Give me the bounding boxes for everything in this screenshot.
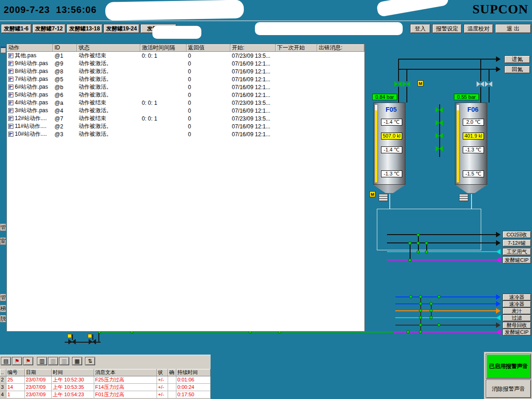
valve-indicator[interactable]: [425, 242, 428, 245]
column-header-sel[interactable]: ..: [0, 369, 6, 376]
alarm-row[interactable]: 31423/07/09上午 10:53:35F14压力过高+/-0:00:24: [0, 384, 211, 391]
valve[interactable]: [89, 339, 96, 345]
action-cell: [140, 75, 187, 83]
action-row[interactable]: 7#站动作.pas@5动作被激活。007/16/09 12:1...: [7, 75, 364, 83]
action-row[interactable]: 4#站动作.pas@a动作被结束0: 0: 1007/23/09 13:5...: [7, 99, 364, 107]
nitrogen-out-button[interactable]: 回氮: [504, 66, 530, 73]
tank-f06[interactable]: F06 2.0 ℃ 401.9 kl -1.3 ℃ -1.5 ℃: [455, 103, 487, 193]
action-row[interactable]: 12#站动作....@7动作被结束0: 0: 1007/23/09 13:5..…: [7, 115, 364, 122]
temp-calib-button[interactable]: 温度校对: [464, 24, 493, 33]
action-row[interactable]: 其他.pas@1动作被结束0: 0: 1007/23/09 13:5...: [7, 52, 364, 60]
pipe-btn-cip-bottom[interactable]: 发酵罐CIP: [502, 329, 531, 336]
valve-indicator[interactable]: [419, 316, 422, 319]
valve-indicator[interactable]: [406, 330, 410, 333]
valve[interactable]: [394, 81, 402, 87]
alarm-mute-button[interactable]: 消除报警声音: [486, 380, 531, 398]
left-edge-label[interactable]: 梯: [0, 305, 6, 312]
valve[interactable]: [435, 107, 443, 113]
column-header-ack[interactable]: 确: [168, 369, 176, 376]
valve-indicator[interactable]: [425, 250, 428, 254]
alarm-row[interactable]: 4123/07/09上午 10:54:23F01压力过高+/-0:17:50: [0, 391, 211, 399]
left-edge-label[interactable]: 室: [0, 237, 6, 245]
column-header-state[interactable]: 状: [157, 369, 168, 376]
alarm-log-icon[interactable]: ▤: [1, 357, 11, 365]
action-row[interactable]: 3#站动作.pas@4动作被激活。007/16/09 12:1...: [7, 107, 364, 115]
valve-indicator[interactable]: [429, 309, 433, 312]
valve-indicator[interactable]: [417, 233, 420, 236]
column-header-date[interactable]: 日期: [25, 369, 52, 376]
nitrogen-in-button[interactable]: 进氮: [504, 55, 530, 63]
pipe-btn-co2-recovery[interactable]: CO2回收: [502, 231, 531, 238]
action-row[interactable]: 8#站动作.pas@8动作被激活。007/16/09 12:1...: [7, 67, 364, 75]
column-header-duration[interactable]: 持续时间: [176, 369, 211, 376]
valve[interactable]: [68, 339, 76, 345]
pipe-btn-cip-mid[interactable]: 发酵罐CIP: [502, 256, 531, 264]
login-button[interactable]: 登入: [410, 24, 430, 33]
column-header-time[interactable]: 时间: [52, 369, 94, 376]
valve[interactable]: [435, 133, 443, 139]
column-header-next[interactable]: 下一次开始: [276, 44, 317, 52]
left-edge-label[interactable]: 管: [0, 294, 6, 301]
column-header-status[interactable]: 状态: [77, 44, 140, 52]
tank-f05[interactable]: F05 -1.4 ℃ 507.0 kl -1.4 ℃ -1.3 ℃: [373, 103, 405, 193]
tab-fermenter-19-24[interactable]: 发酵罐19-24: [103, 24, 139, 33]
pipe-btn-chiller-2[interactable]: 速冷器: [502, 301, 531, 308]
action-row[interactable]: 10#站动作....@3动作被激活。007/16/09 12:1...: [7, 130, 364, 138]
motor-valve[interactable]: M: [369, 191, 375, 197]
column-header-id[interactable]: ID: [53, 44, 77, 52]
left-edge-label[interactable]: 脱: [0, 315, 6, 322]
column-header-interval[interactable]: 激活时间间隔: [140, 44, 187, 52]
alarm-list-icon-2[interactable]: ▥: [59, 357, 69, 365]
alarm-list-icon[interactable]: ▥: [48, 357, 58, 365]
alarm-flag-icon[interactable]: ⚑: [12, 357, 22, 365]
valve[interactable]: [477, 81, 484, 87]
valve-indicator[interactable]: [408, 242, 411, 245]
valve-indicator[interactable]: [409, 295, 412, 298]
alarm-page-icon[interactable]: ▥: [37, 357, 47, 365]
tab-fermenter-13-18[interactable]: 发酵罐13-18: [66, 24, 103, 33]
pipe-btn-wort[interactable]: 麦汁: [502, 308, 531, 314]
exit-button[interactable]: 退 出: [495, 24, 531, 33]
pipe-btn-chiller-1[interactable]: 速冷器: [502, 294, 531, 301]
column-header-start[interactable]: 开始:: [230, 44, 276, 52]
column-header-action[interactable]: 动作: [7, 44, 53, 52]
pipe-btn-7-12-tanks[interactable]: 7-12#罐: [502, 239, 531, 247]
motor-valve[interactable]: M: [417, 80, 423, 86]
valve[interactable]: [435, 146, 443, 151]
column-header-error[interactable]: 出错消息:: [317, 44, 364, 52]
valve-indicator[interactable]: [419, 309, 422, 312]
valve[interactable]: [485, 81, 492, 87]
pipe-btn-filter[interactable]: 过滤: [502, 314, 531, 321]
valve-indicator[interactable]: [429, 316, 433, 319]
action-row[interactable]: 5#站动作.pas@6动作被激活。007/16/09 12:1...: [7, 91, 364, 99]
valve[interactable]: [403, 81, 410, 87]
valve-indicator[interactable]: [419, 330, 422, 333]
column-header-message[interactable]: 消息文本: [94, 369, 157, 376]
column-header-number[interactable]: 编号: [6, 369, 25, 376]
pipe-btn-yeast-recovery[interactable]: 酵母回收: [502, 322, 531, 329]
alarm-sort-icon[interactable]: ⇅: [85, 357, 95, 365]
alarm-flag-icon-2[interactable]: ⚑: [23, 357, 33, 365]
valve-indicator[interactable]: [408, 259, 411, 262]
valve-indicator[interactable]: [419, 302, 422, 305]
left-edge-label[interactable]: 管: [0, 224, 6, 231]
valve-indicator[interactable]: [417, 242, 420, 245]
pipe-btn-process-gas[interactable]: 工艺用气: [502, 248, 531, 255]
alarm-row[interactable]: 22523/07/09上午 10:52:30F25压力过高+/-0:01:06: [0, 376, 211, 384]
action-row[interactable]: 6#站动作.pas@b动作被激活。007/16/09 12:1...: [7, 83, 364, 91]
action-row[interactable]: 11#站动作....@2动作被激活。007/16/09 12:1...: [7, 122, 364, 130]
valve-indicator[interactable]: [437, 323, 441, 326]
alarm-grid-icon[interactable]: ▦: [72, 357, 82, 365]
valve-indicator[interactable]: [417, 250, 420, 254]
column-header-return[interactable]: 返回值: [187, 44, 230, 52]
action-row[interactable]: 9#站动作.pas@9动作被激活。007/16/09 12:1...: [7, 60, 364, 67]
alarm-setup-button[interactable]: 报警设定: [432, 24, 462, 33]
tab-fermenter-7-12[interactable]: 发酵罐7-12: [32, 24, 66, 33]
valve-indicator[interactable]: [429, 302, 433, 305]
valve-indicator[interactable]: [419, 323, 422, 326]
valve[interactable]: [435, 120, 443, 126]
valve-indicator[interactable]: [437, 295, 441, 298]
alarm-sound-on-button[interactable]: 已启用报警声音: [486, 354, 531, 379]
valve-indicator[interactable]: [419, 295, 422, 298]
tab-fermenter-1-6[interactable]: 发酵罐1-6: [1, 24, 31, 33]
